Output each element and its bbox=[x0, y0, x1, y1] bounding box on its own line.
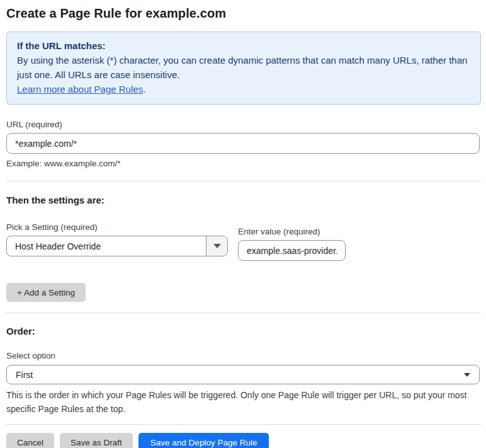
order-select[interactable]: First bbox=[6, 365, 480, 384]
page-title: Create a Page Rule for example.com bbox=[6, 5, 481, 21]
divider bbox=[6, 313, 481, 313]
info-box-body: By using the asterisk (*) character, you… bbox=[17, 53, 470, 96]
footer-buttons: Cancel Save as Draft Save and Deploy Pag… bbox=[6, 433, 481, 448]
chevron-down-icon bbox=[464, 373, 470, 377]
value-label: Enter value (required) bbox=[238, 227, 320, 236]
create-page-rule-form: Create a Page Rule for example.com If th… bbox=[0, 0, 486, 448]
setting-select-arrow-button[interactable] bbox=[206, 236, 227, 256]
add-setting-button[interactable]: + Add a Setting bbox=[6, 283, 86, 302]
divider bbox=[6, 424, 481, 425]
setting-select[interactable]: Host Header Override bbox=[6, 236, 228, 256]
save-as-draft-button[interactable]: Save as Draft bbox=[60, 433, 133, 448]
url-label: URL (required) bbox=[6, 120, 62, 129]
divider bbox=[6, 181, 481, 181]
info-box-heading: If the URL matches: bbox=[17, 38, 470, 53]
order-help-text: This is the order in which your Page Rul… bbox=[6, 388, 480, 416]
settings-heading: Then the settings are: bbox=[6, 195, 481, 206]
order-select-label: Select option bbox=[6, 351, 481, 361]
setting-value-column: Enter value (required) bbox=[238, 226, 346, 261]
order-select-value: First bbox=[16, 370, 33, 380]
order-section: Order: Select option First This is the o… bbox=[6, 326, 481, 416]
setting-label: Pick a Setting (required) bbox=[6, 222, 98, 232]
url-matches-info-box: If the URL matches: By using the asteris… bbox=[6, 32, 481, 105]
link-suffix: . bbox=[143, 84, 145, 95]
url-input[interactable] bbox=[6, 133, 480, 154]
setting-value-input[interactable] bbox=[238, 240, 346, 261]
setting-select-value: Host Header Override bbox=[7, 236, 206, 256]
save-and-deploy-button[interactable]: Save and Deploy Page Rule bbox=[138, 433, 269, 448]
order-heading: Order: bbox=[6, 326, 481, 337]
learn-more-link[interactable]: Learn more about Page Rules bbox=[17, 84, 143, 95]
settings-row: Pick a Setting (required) Host Header Ov… bbox=[6, 221, 481, 261]
chevron-down-icon bbox=[213, 244, 221, 248]
url-section: URL (required) Example: www.example.com/… bbox=[6, 118, 481, 169]
url-example-text: Example: www.example.com/* bbox=[6, 159, 481, 169]
cancel-button[interactable]: Cancel bbox=[6, 433, 54, 448]
info-box-body-text: By using the asterisk (*) character, you… bbox=[17, 55, 467, 80]
settings-section: Then the settings are: Pick a Setting (r… bbox=[6, 195, 481, 302]
setting-picker-column: Pick a Setting (required) Host Header Ov… bbox=[6, 221, 228, 256]
